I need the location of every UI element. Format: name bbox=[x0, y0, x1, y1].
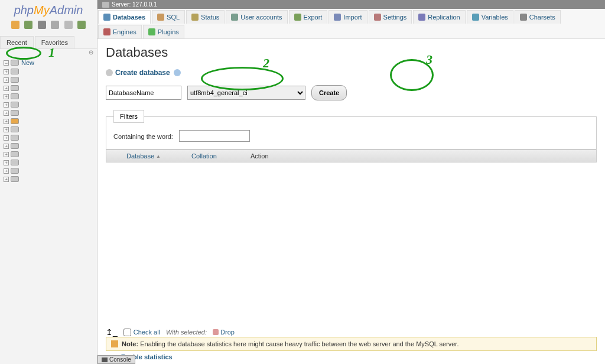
drop-icon bbox=[213, 329, 219, 335]
tree-db[interactable]: + bbox=[4, 117, 93, 125]
top-menu: Databases SQL Status User accounts Expor… bbox=[97, 9, 605, 39]
tree-db[interactable]: + bbox=[4, 67, 93, 76]
tree-db[interactable]: + bbox=[4, 100, 93, 109]
database-name-input[interactable] bbox=[106, 86, 181, 100]
sidebar-icon-row bbox=[0, 18, 97, 34]
annotation-number-1: 1 bbox=[48, 45, 55, 60]
tree-db[interactable]: + bbox=[4, 175, 93, 183]
filter-word-label: Containing the word: bbox=[113, 133, 173, 140]
menu-engines[interactable]: Engines bbox=[98, 25, 142, 38]
plus-icon[interactable]: + bbox=[4, 69, 9, 74]
tree-db[interactable]: + bbox=[4, 142, 93, 150]
charsets-icon bbox=[520, 14, 527, 21]
menu-plugins[interactable]: Plugins bbox=[143, 25, 184, 38]
tab-recent[interactable]: Recent bbox=[0, 36, 34, 48]
notice-text: Enabling the database statistics here mi… bbox=[140, 340, 458, 347]
db-icon bbox=[11, 126, 19, 132]
menu-databases[interactable]: Databases bbox=[98, 10, 151, 24]
th-collation[interactable]: Collation bbox=[186, 150, 245, 162]
engines-icon bbox=[103, 28, 110, 35]
menu-replication[interactable]: Replication bbox=[413, 10, 465, 24]
logo-php: php bbox=[14, 4, 34, 17]
plus-icon[interactable]: + bbox=[4, 119, 9, 124]
plus-icon[interactable]: + bbox=[4, 102, 9, 108]
plus-icon[interactable]: + bbox=[4, 177, 9, 182]
status-icon bbox=[191, 14, 199, 21]
create-db-form: utf8mb4_general_ci Create bbox=[106, 85, 597, 100]
tree-db[interactable]: + bbox=[4, 84, 93, 92]
filter-word-input[interactable] bbox=[179, 130, 250, 142]
plus-icon[interactable]: + bbox=[4, 160, 9, 165]
with-selected-label: With selected: bbox=[166, 329, 207, 336]
create-button[interactable]: Create bbox=[311, 85, 347, 100]
settings-icon[interactable] bbox=[38, 21, 46, 29]
refresh-icon[interactable] bbox=[77, 21, 86, 29]
arrow-up-icon: ↥_ bbox=[106, 327, 118, 337]
db-icon bbox=[11, 93, 19, 99]
console-label: Console bbox=[109, 356, 131, 363]
db-icon bbox=[11, 135, 19, 141]
create-database-heading: Create database bbox=[106, 69, 597, 77]
annotation-number-2: 2 bbox=[263, 56, 269, 71]
hint-icon[interactable] bbox=[174, 69, 181, 76]
db-icon bbox=[11, 168, 19, 174]
menu-variables[interactable]: Variables bbox=[467, 10, 513, 24]
phpmyadmin-logo[interactable]: phpMyAdmin bbox=[0, 0, 97, 18]
page-title: Databases bbox=[106, 45, 597, 60]
variables-icon bbox=[472, 14, 479, 21]
plus-icon[interactable]: + bbox=[4, 86, 9, 91]
db-icon bbox=[11, 151, 19, 157]
tree-db[interactable]: + bbox=[4, 150, 93, 158]
th-action: Action bbox=[245, 150, 292, 162]
plus-icon[interactable]: + bbox=[4, 135, 9, 141]
db-tree: –New + + + + + + + + + + + + + + bbox=[0, 56, 97, 186]
plus-icon[interactable]: + bbox=[4, 144, 9, 149]
plus-icon[interactable]: + bbox=[4, 127, 9, 132]
tree-db[interactable]: + bbox=[4, 167, 93, 175]
drop-action[interactable]: Drop bbox=[213, 329, 235, 336]
menu-status[interactable]: Status bbox=[186, 10, 225, 24]
content-area: Databases Create database utf8mb4_genera… bbox=[97, 39, 605, 168]
menu-import[interactable]: Import bbox=[328, 10, 367, 24]
db-icon bbox=[11, 110, 19, 116]
menu-sql[interactable]: SQL bbox=[152, 10, 185, 24]
db-icon bbox=[11, 77, 19, 83]
tree-new-label: New bbox=[21, 59, 34, 66]
tree-db[interactable]: + bbox=[4, 92, 93, 100]
plus-icon[interactable]: + bbox=[4, 168, 9, 174]
plus-icon[interactable]: + bbox=[4, 110, 9, 116]
plus-icon[interactable]: + bbox=[4, 94, 9, 99]
home-icon[interactable] bbox=[11, 21, 19, 29]
plus-icon[interactable]: + bbox=[4, 152, 9, 157]
bulk-action-row: ↥_ Check all With selected: Drop bbox=[106, 327, 235, 337]
tree-db[interactable]: + bbox=[4, 158, 93, 167]
help-icon[interactable] bbox=[64, 21, 73, 29]
menu-settings[interactable]: Settings bbox=[369, 10, 412, 24]
check-all[interactable]: Check all bbox=[123, 329, 160, 336]
sidebar: phpMyAdmin Recent Favorites ⊖ –New + + +… bbox=[0, 0, 97, 364]
tree-db[interactable]: + bbox=[4, 134, 93, 142]
warning-icon bbox=[111, 340, 118, 347]
menu-export[interactable]: Export bbox=[289, 10, 328, 24]
sql-icon bbox=[157, 14, 164, 21]
sort-asc-icon: ▲ bbox=[156, 154, 161, 159]
logo-my: My bbox=[34, 4, 50, 17]
console-icon bbox=[102, 358, 108, 362]
menu-charsets[interactable]: Charsets bbox=[515, 10, 561, 24]
docs-icon[interactable] bbox=[51, 21, 59, 29]
plus-icon[interactable]: + bbox=[4, 77, 9, 83]
db-table-header: Database▲ Collation Action bbox=[106, 150, 597, 162]
plugins-icon bbox=[148, 28, 155, 35]
db-icon bbox=[11, 69, 19, 74]
console-toggle[interactable]: Console bbox=[97, 355, 135, 364]
create-db-label: Create database bbox=[115, 69, 170, 77]
tree-db[interactable]: + bbox=[4, 109, 93, 117]
logout-icon[interactable] bbox=[24, 21, 32, 29]
menu-user-accounts[interactable]: User accounts bbox=[226, 10, 287, 24]
collation-select[interactable]: utf8mb4_general_ci bbox=[187, 86, 305, 100]
tree-db[interactable]: + bbox=[4, 76, 93, 84]
check-all-checkbox[interactable] bbox=[123, 329, 131, 336]
th-database[interactable]: Database▲ bbox=[121, 150, 186, 162]
tree-db[interactable]: + bbox=[4, 125, 93, 134]
breadcrumb-server[interactable]: Server: 127.0.0.1 bbox=[112, 1, 157, 8]
